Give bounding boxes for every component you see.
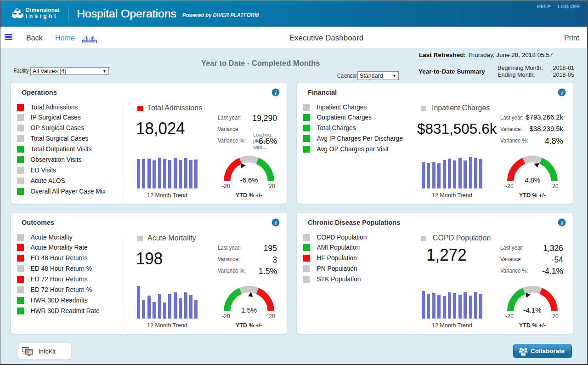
svg-text:i: i <box>561 219 563 226</box>
svg-text:i: i <box>275 89 277 96</box>
svg-text:i: i <box>275 219 277 226</box>
svg-text:i: i <box>561 89 563 96</box>
